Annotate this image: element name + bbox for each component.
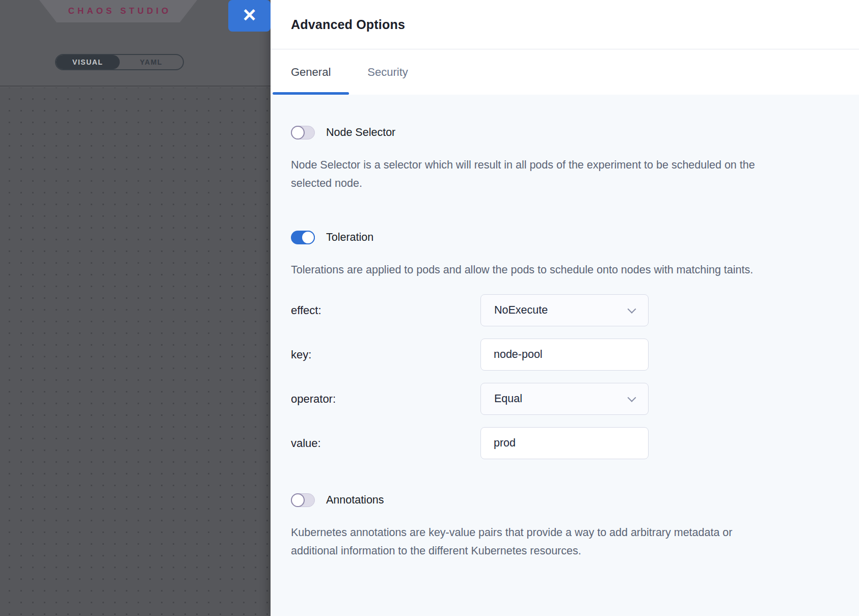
annotations-toggle[interactable] bbox=[291, 493, 315, 507]
toleration-toggle[interactable] bbox=[291, 231, 315, 244]
visual-yaml-toggle[interactable]: VISUAL YAML bbox=[55, 54, 184, 70]
annotations-description: Kubernetes annotations are key-value pai… bbox=[291, 523, 775, 560]
key-input[interactable] bbox=[480, 339, 649, 371]
experiment-canvas bbox=[0, 88, 271, 616]
close-button[interactable]: × bbox=[228, 0, 271, 32]
node-selector-toggle[interactable] bbox=[291, 126, 315, 139]
chevron-down-icon bbox=[628, 393, 636, 402]
effect-label: effect: bbox=[291, 304, 480, 317]
drawer-title: Advanced Options bbox=[291, 17, 405, 32]
annotations-section: Annotations Kubernetes annotations are k… bbox=[291, 493, 839, 560]
tab-general[interactable]: General bbox=[273, 49, 349, 95]
toleration-description: Tolerations are applied to pods and allo… bbox=[291, 261, 775, 279]
key-label: key: bbox=[291, 348, 480, 361]
chevron-down-icon bbox=[628, 304, 636, 313]
toggle-knob bbox=[301, 231, 315, 244]
visual-mode-tab[interactable]: VISUAL bbox=[56, 55, 120, 69]
effect-field-row: effect: NoExecute bbox=[291, 294, 839, 326]
toggle-knob bbox=[291, 493, 305, 507]
value-input[interactable] bbox=[480, 427, 649, 459]
toleration-fields: effect: NoExecute key: operator: Equal bbox=[291, 294, 839, 459]
dimmed-background: CHAOS STUDIO VISUAL YAML bbox=[0, 0, 271, 616]
operator-label: operator: bbox=[291, 393, 480, 406]
studio-banner: CHAOS STUDIO bbox=[39, 0, 197, 22]
advanced-options-drawer: Advanced Options General Security Node S… bbox=[271, 0, 859, 616]
operator-select[interactable]: Equal bbox=[480, 383, 649, 415]
effect-select[interactable]: NoExecute bbox=[480, 294, 649, 326]
general-tab-content: Node Selector Node Selector is a selecto… bbox=[271, 95, 859, 616]
tab-bar: General Security bbox=[271, 49, 859, 95]
yaml-mode-tab[interactable]: YAML bbox=[120, 55, 183, 69]
operator-field-row: operator: Equal bbox=[291, 383, 839, 415]
close-icon: × bbox=[243, 4, 256, 26]
node-selector-label: Node Selector bbox=[326, 126, 395, 139]
key-field-row: key: bbox=[291, 339, 839, 371]
studio-title: CHAOS STUDIO bbox=[65, 6, 171, 16]
tab-security[interactable]: Security bbox=[349, 49, 426, 95]
node-selector-description: Node Selector is a selector which will r… bbox=[291, 156, 775, 192]
value-field-row: value: bbox=[291, 427, 839, 459]
effect-select-value: NoExecute bbox=[494, 304, 548, 317]
node-selector-section: Node Selector Node Selector is a selecto… bbox=[291, 125, 839, 192]
drawer-header: Advanced Options bbox=[271, 0, 859, 49]
toggle-knob bbox=[291, 126, 305, 139]
annotations-label: Annotations bbox=[326, 494, 384, 507]
toleration-section: Toleration Tolerations are applied to po… bbox=[291, 230, 839, 459]
toleration-label: Toleration bbox=[326, 231, 373, 244]
operator-select-value: Equal bbox=[494, 393, 522, 405]
value-label: value: bbox=[291, 437, 480, 450]
